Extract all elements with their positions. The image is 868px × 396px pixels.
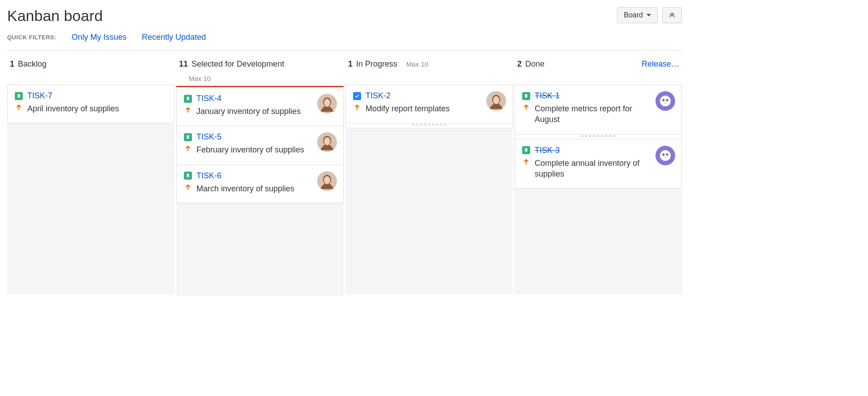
assignee-avatar[interactable] xyxy=(655,146,675,165)
assignee-avatar[interactable] xyxy=(317,94,337,114)
svg-point-8 xyxy=(660,96,671,106)
column-body[interactable]: TISK-2Modify report templates xyxy=(345,84,513,295)
column-count: 1 xyxy=(348,59,353,69)
issue-key-link[interactable]: TISK-4 xyxy=(196,94,221,103)
svg-point-3 xyxy=(324,137,330,145)
column-body[interactable]: TISK-7April inventory of supplies xyxy=(7,84,174,295)
issue-summary: April inventory of supplies xyxy=(27,103,167,114)
priority-medium-icon xyxy=(184,144,192,152)
story-icon xyxy=(184,133,192,141)
svg-point-7 xyxy=(493,96,499,104)
quick-filters-bar: QUICK FILTERS: Only My Issues Recently U… xyxy=(7,33,682,51)
issue-card[interactable]: TISK-7April inventory of supplies xyxy=(7,84,174,123)
issue-key-link[interactable]: TISK-2 xyxy=(366,91,391,101)
priority-medium-icon xyxy=(522,103,530,111)
column-body[interactable]: TISK-1Complete metrics report for August… xyxy=(515,84,682,295)
issue-card[interactable]: TISK-5February inventory of supplies xyxy=(176,126,344,164)
svg-point-5 xyxy=(324,176,330,184)
svg-point-1 xyxy=(324,99,330,107)
release-link[interactable]: Release… xyxy=(642,59,679,69)
page-title: Kanban board xyxy=(7,7,103,25)
board-button-label: Board xyxy=(624,11,643,19)
story-icon xyxy=(522,92,530,100)
story-icon xyxy=(184,95,192,103)
assignee-avatar[interactable] xyxy=(655,91,675,111)
story-icon xyxy=(184,172,192,180)
chevron-up-double-icon xyxy=(669,11,675,19)
quick-filter-recently-updated[interactable]: Recently Updated xyxy=(142,33,206,42)
issue-key-link[interactable]: TISK-6 xyxy=(196,171,221,181)
issue-card[interactable]: TISK-6March inventory of supplies xyxy=(176,164,344,203)
assignee-avatar[interactable] xyxy=(317,171,337,191)
issue-summary: January inventory of supplies xyxy=(196,106,336,117)
column-max: Max 10 xyxy=(176,75,344,82)
column-count: 11 xyxy=(179,59,188,69)
column-name: Selected for Development xyxy=(191,59,284,69)
svg-point-12 xyxy=(666,99,668,101)
assignee-avatar[interactable] xyxy=(317,132,337,152)
column-name: In Progress xyxy=(356,59,397,69)
issue-summary: Modify report templates xyxy=(366,103,505,114)
priority-medium-icon xyxy=(353,103,361,111)
chevron-down-icon xyxy=(647,14,651,17)
priority-medium-icon xyxy=(184,106,192,114)
issue-card[interactable]: TISK-2Modify report templates xyxy=(345,84,513,123)
board-dropdown-button[interactable]: Board xyxy=(617,7,658,23)
card-pagination-dots xyxy=(345,123,513,128)
svg-point-13 xyxy=(660,150,671,161)
priority-medium-icon xyxy=(522,158,530,166)
story-icon xyxy=(522,146,530,154)
column-name: Done xyxy=(525,59,545,69)
story-icon xyxy=(15,92,23,100)
issue-summary: February inventory of supplies xyxy=(196,144,336,155)
column-max: Max 10 xyxy=(406,60,428,68)
svg-point-16 xyxy=(663,154,664,156)
column-count: 2 xyxy=(517,59,522,69)
svg-point-17 xyxy=(666,154,668,156)
quick-filters-label: QUICK FILTERS: xyxy=(7,34,56,41)
collapse-button[interactable] xyxy=(662,7,682,23)
column: 11Selected for DevelopmentMax 10TISK-4Ja… xyxy=(176,59,344,296)
assignee-avatar[interactable] xyxy=(486,91,506,111)
column: 1In ProgressMax 10TISK-2Modify report te… xyxy=(345,59,513,296)
issue-summary: March inventory of supplies xyxy=(196,183,336,194)
issue-key-link[interactable]: TISK-3 xyxy=(535,146,560,155)
column-body[interactable]: TISK-4January inventory of suppliesTISK-… xyxy=(176,86,344,296)
column-name: Backlog xyxy=(18,59,47,69)
issue-summary: Complete metrics report for August xyxy=(535,103,674,125)
issue-key-link[interactable]: TISK-7 xyxy=(27,91,52,101)
issue-key-link[interactable]: TISK-1 xyxy=(535,91,560,101)
column-header: 1Backlog xyxy=(7,59,174,84)
quick-filter-only-my-issues[interactable]: Only My Issues xyxy=(72,33,127,42)
issue-key-link[interactable]: TISK-5 xyxy=(196,132,221,142)
task-icon xyxy=(353,92,361,100)
priority-medium-icon xyxy=(15,103,23,111)
column: 1BacklogTISK-7April inventory of supplie… xyxy=(7,59,174,296)
issue-summary: Complete annual inventory of supplies xyxy=(535,158,674,180)
column-header: 1In ProgressMax 10 xyxy=(345,59,513,84)
priority-medium-icon xyxy=(184,183,192,191)
column-header: 2DoneRelease… xyxy=(515,59,682,84)
svg-point-11 xyxy=(663,99,664,101)
column: 2DoneRelease…TISK-1Complete metrics repo… xyxy=(515,59,682,296)
issue-card[interactable]: TISK-1Complete metrics report for August xyxy=(515,84,682,135)
column-count: 1 xyxy=(10,59,14,69)
issue-card[interactable]: TISK-3Complete annual inventory of suppl… xyxy=(515,139,682,189)
issue-card[interactable]: TISK-4January inventory of supplies xyxy=(176,87,344,126)
